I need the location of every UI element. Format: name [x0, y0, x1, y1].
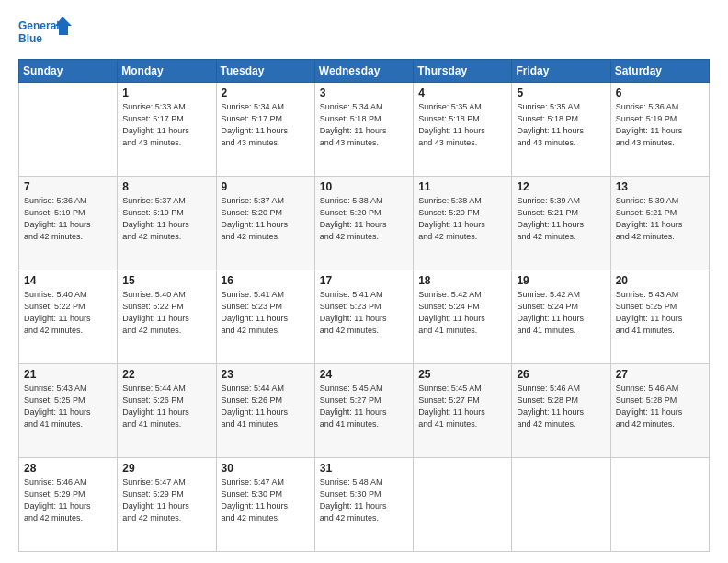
calendar-cell: 27Sunrise: 5:46 AM Sunset: 5:28 PM Dayli…: [610, 364, 709, 458]
day-number: 23: [222, 368, 310, 381]
day-number: 22: [122, 368, 210, 381]
calendar-cell: 6Sunrise: 5:36 AM Sunset: 5:19 PM Daylig…: [610, 83, 709, 177]
day-info: Sunrise: 5:46 AM Sunset: 5:28 PM Dayligh…: [616, 383, 704, 431]
day-info: Sunrise: 5:48 AM Sunset: 5:30 PM Dayligh…: [320, 477, 408, 524]
day-number: 14: [24, 274, 112, 287]
day-number: 20: [616, 274, 704, 287]
calendar-cell: 26Sunrise: 5:46 AM Sunset: 5:28 PM Dayli…: [512, 364, 610, 458]
day-info: Sunrise: 5:42 AM Sunset: 5:24 PM Dayligh…: [517, 289, 605, 337]
day-number: 3: [320, 86, 408, 99]
day-info: Sunrise: 5:35 AM Sunset: 5:18 PM Dayligh…: [418, 101, 506, 149]
calendar-cell: 1Sunrise: 5:33 AM Sunset: 5:17 PM Daylig…: [118, 83, 216, 177]
calendar-cell: [512, 458, 610, 552]
calendar-cell: 3Sunrise: 5:34 AM Sunset: 5:18 PM Daylig…: [314, 83, 413, 177]
calendar-cell: 19Sunrise: 5:42 AM Sunset: 5:24 PM Dayli…: [512, 270, 610, 364]
day-number: 18: [418, 274, 506, 287]
calendar-cell: 22Sunrise: 5:44 AM Sunset: 5:26 PM Dayli…: [118, 364, 216, 458]
day-number: 26: [517, 368, 605, 381]
day-info: Sunrise: 5:47 AM Sunset: 5:29 PM Dayligh…: [122, 477, 210, 524]
calendar-cell: 24Sunrise: 5:45 AM Sunset: 5:27 PM Dayli…: [314, 364, 413, 458]
calendar-cell: 29Sunrise: 5:47 AM Sunset: 5:29 PM Dayli…: [118, 458, 216, 552]
day-number: 4: [418, 86, 506, 99]
calendar-cell: 17Sunrise: 5:41 AM Sunset: 5:23 PM Dayli…: [314, 270, 413, 364]
day-number: 30: [222, 462, 310, 475]
day-info: Sunrise: 5:43 AM Sunset: 5:25 PM Dayligh…: [616, 289, 704, 337]
day-number: 28: [24, 462, 112, 475]
calendar-header-tuesday: Tuesday: [216, 60, 314, 83]
day-info: Sunrise: 5:39 AM Sunset: 5:21 PM Dayligh…: [616, 195, 704, 243]
day-info: Sunrise: 5:45 AM Sunset: 5:27 PM Dayligh…: [418, 383, 506, 431]
calendar-cell: [414, 458, 512, 552]
day-number: 29: [122, 462, 210, 475]
calendar-header-wednesday: Wednesday: [314, 60, 413, 83]
calendar-cell: 4Sunrise: 5:35 AM Sunset: 5:18 PM Daylig…: [414, 83, 512, 177]
day-info: Sunrise: 5:36 AM Sunset: 5:19 PM Dayligh…: [24, 195, 112, 243]
calendar-cell: 10Sunrise: 5:38 AM Sunset: 5:20 PM Dayli…: [314, 177, 413, 270]
day-number: 11: [418, 180, 506, 193]
day-info: Sunrise: 5:45 AM Sunset: 5:27 PM Dayligh…: [320, 383, 408, 431]
calendar-cell: 15Sunrise: 5:40 AM Sunset: 5:22 PM Dayli…: [118, 270, 216, 364]
calendar-cell: 16Sunrise: 5:41 AM Sunset: 5:23 PM Dayli…: [216, 270, 314, 364]
calendar-header-row: SundayMondayTuesdayWednesdayThursdayFrid…: [19, 60, 710, 83]
day-info: Sunrise: 5:44 AM Sunset: 5:26 PM Dayligh…: [222, 383, 310, 431]
day-number: 21: [24, 368, 112, 381]
calendar-header-thursday: Thursday: [414, 60, 512, 83]
day-number: 16: [222, 274, 310, 287]
day-info: Sunrise: 5:46 AM Sunset: 5:28 PM Dayligh…: [517, 383, 605, 431]
calendar-cell: 8Sunrise: 5:37 AM Sunset: 5:19 PM Daylig…: [118, 177, 216, 270]
day-number: 2: [222, 86, 310, 99]
calendar-cell: 23Sunrise: 5:44 AM Sunset: 5:26 PM Dayli…: [216, 364, 314, 458]
svg-text:General: General: [18, 19, 60, 32]
day-info: Sunrise: 5:41 AM Sunset: 5:23 PM Dayligh…: [320, 289, 408, 337]
calendar-week-4: 28Sunrise: 5:46 AM Sunset: 5:29 PM Dayli…: [19, 458, 710, 552]
day-info: Sunrise: 5:36 AM Sunset: 5:19 PM Dayligh…: [616, 101, 704, 149]
day-info: Sunrise: 5:38 AM Sunset: 5:20 PM Dayligh…: [320, 195, 408, 243]
day-info: Sunrise: 5:38 AM Sunset: 5:20 PM Dayligh…: [418, 195, 506, 243]
day-number: 12: [517, 180, 605, 193]
day-number: 6: [616, 86, 704, 99]
day-number: 31: [320, 462, 408, 475]
day-number: 25: [418, 368, 506, 381]
calendar-cell: 5Sunrise: 5:35 AM Sunset: 5:18 PM Daylig…: [512, 83, 610, 177]
day-number: 27: [616, 368, 704, 381]
logo: General Blue: [18, 17, 74, 50]
calendar-cell: 28Sunrise: 5:46 AM Sunset: 5:29 PM Dayli…: [19, 458, 118, 552]
svg-text:Blue: Blue: [18, 32, 42, 45]
calendar-cell: 21Sunrise: 5:43 AM Sunset: 5:25 PM Dayli…: [19, 364, 118, 458]
day-number: 15: [122, 274, 210, 287]
day-number: 1: [122, 86, 210, 99]
calendar-header-monday: Monday: [118, 60, 216, 83]
day-info: Sunrise: 5:39 AM Sunset: 5:21 PM Dayligh…: [517, 195, 605, 243]
calendar-cell: 31Sunrise: 5:48 AM Sunset: 5:30 PM Dayli…: [314, 458, 413, 552]
calendar-week-3: 21Sunrise: 5:43 AM Sunset: 5:25 PM Dayli…: [19, 364, 710, 458]
day-info: Sunrise: 5:40 AM Sunset: 5:22 PM Dayligh…: [122, 289, 210, 337]
day-info: Sunrise: 5:37 AM Sunset: 5:19 PM Dayligh…: [122, 195, 210, 243]
day-info: Sunrise: 5:46 AM Sunset: 5:29 PM Dayligh…: [24, 477, 112, 524]
day-number: 9: [222, 180, 310, 193]
calendar-table: SundayMondayTuesdayWednesdayThursdayFrid…: [18, 59, 710, 552]
logo-icon: General Blue: [18, 17, 74, 50]
day-info: Sunrise: 5:33 AM Sunset: 5:17 PM Dayligh…: [122, 101, 210, 149]
day-info: Sunrise: 5:42 AM Sunset: 5:24 PM Dayligh…: [418, 289, 506, 337]
calendar-week-0: 1Sunrise: 5:33 AM Sunset: 5:17 PM Daylig…: [19, 83, 710, 177]
calendar-cell: 18Sunrise: 5:42 AM Sunset: 5:24 PM Dayli…: [414, 270, 512, 364]
calendar-cell: 13Sunrise: 5:39 AM Sunset: 5:21 PM Dayli…: [610, 177, 709, 270]
calendar-week-2: 14Sunrise: 5:40 AM Sunset: 5:22 PM Dayli…: [19, 270, 710, 364]
day-info: Sunrise: 5:34 AM Sunset: 5:18 PM Dayligh…: [320, 101, 408, 149]
calendar-cell: 25Sunrise: 5:45 AM Sunset: 5:27 PM Dayli…: [414, 364, 512, 458]
calendar-header-friday: Friday: [512, 60, 610, 83]
calendar-cell: 20Sunrise: 5:43 AM Sunset: 5:25 PM Dayli…: [610, 270, 709, 364]
day-number: 10: [320, 180, 408, 193]
day-number: 5: [517, 86, 605, 99]
day-info: Sunrise: 5:37 AM Sunset: 5:20 PM Dayligh…: [222, 195, 310, 243]
day-info: Sunrise: 5:41 AM Sunset: 5:23 PM Dayligh…: [222, 289, 310, 337]
calendar-cell: 2Sunrise: 5:34 AM Sunset: 5:17 PM Daylig…: [216, 83, 314, 177]
page: General Blue SundayMondayTuesdayWednesda…: [0, 0, 728, 563]
calendar-cell: 7Sunrise: 5:36 AM Sunset: 5:19 PM Daylig…: [19, 177, 118, 270]
calendar-cell: [19, 83, 118, 177]
calendar-cell: 30Sunrise: 5:47 AM Sunset: 5:30 PM Dayli…: [216, 458, 314, 552]
calendar-header-saturday: Saturday: [610, 60, 709, 83]
calendar-cell: 11Sunrise: 5:38 AM Sunset: 5:20 PM Dayli…: [414, 177, 512, 270]
day-info: Sunrise: 5:44 AM Sunset: 5:26 PM Dayligh…: [122, 383, 210, 431]
day-number: 24: [320, 368, 408, 381]
